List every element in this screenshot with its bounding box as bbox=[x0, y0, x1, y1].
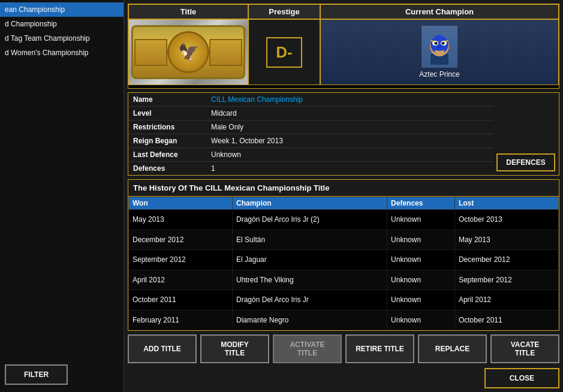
history-col-won: Won bbox=[129, 197, 233, 210]
defences-label: Defences bbox=[133, 164, 211, 173]
add-title-button[interactable]: ADD TITLE bbox=[128, 334, 197, 363]
champion-area: Aztec Prince bbox=[320, 19, 559, 85]
history-panel: The History Of The CILL Mexican Champion… bbox=[128, 179, 559, 331]
table-cell-defences: Unknown bbox=[387, 230, 455, 250]
table-cell-won: October 2011 bbox=[129, 290, 233, 310]
table-cell-lost: October 2011 bbox=[454, 310, 558, 330]
table-cell-lost: April 2012 bbox=[454, 290, 558, 310]
level-value: Midcard bbox=[211, 109, 237, 117]
history-table-body: May 2013Dragón Del Arco Iris Jr (2)Unkno… bbox=[129, 210, 559, 330]
champion-column-header: Current Champion bbox=[320, 4, 559, 19]
modify-title-button[interactable]: MODIFY TITLE bbox=[200, 334, 269, 363]
reign-label: Reign Began bbox=[133, 137, 211, 145]
table-row: October 2011Dragón Del Arco Iris JrUnkno… bbox=[129, 290, 559, 310]
title-column-header: Title bbox=[128, 4, 248, 19]
close-button[interactable]: CLOSE bbox=[484, 368, 559, 388]
table-cell-champion: Uhtred The Viking bbox=[233, 270, 387, 290]
table-row: December 2012El SultánUnknownMay 2013 bbox=[129, 230, 559, 250]
vacate-title-button[interactable]: VACATE TITLE bbox=[490, 334, 559, 363]
restrictions-label: Restrictions bbox=[133, 123, 211, 131]
table-cell-champion: Dragón Del Arco Iris Jr bbox=[233, 290, 387, 310]
belt-side-left bbox=[134, 39, 167, 66]
champion-portrait bbox=[422, 26, 457, 68]
table-cell-defences: Unknown bbox=[387, 270, 455, 290]
sidebar-item-mexican-championship[interactable]: ean Championship bbox=[0, 2, 124, 17]
table-cell-lost: December 2012 bbox=[454, 250, 558, 270]
last-defence-label: Last Defence bbox=[133, 150, 211, 159]
table-cell-defences: Unknown bbox=[387, 310, 455, 330]
history-col-lost: Lost bbox=[454, 197, 558, 210]
filter-button[interactable]: FILTER bbox=[5, 364, 68, 385]
reign-value: Week 1, October 2013 bbox=[211, 137, 283, 145]
last-defence-value: Unknown bbox=[211, 150, 241, 159]
table-cell-champion: El Jaguar bbox=[233, 250, 387, 270]
table-cell-champion: Diamante Negro bbox=[233, 310, 387, 330]
belt-side-right bbox=[209, 39, 242, 66]
table-cell-won: May 2013 bbox=[129, 210, 233, 230]
defences-button[interactable]: DEFENCES bbox=[496, 153, 555, 171]
table-row: February 2011Diamante NegroUnknownOctobe… bbox=[129, 310, 559, 330]
info-table: Name CILL Mexican Championship Level Mid… bbox=[128, 93, 493, 175]
history-table: Won Champion Defences Lost May 2013Dragó… bbox=[128, 197, 559, 330]
activate-title-button[interactable]: ACTIVATE TITLE bbox=[273, 334, 342, 363]
table-cell-lost: October 2013 bbox=[454, 210, 558, 230]
defences-value: 1 bbox=[211, 164, 215, 173]
table-row: September 2012El JaguarUnknownDecember 2… bbox=[129, 250, 559, 270]
defences-button-area: DEFENCES bbox=[493, 93, 559, 175]
table-cell-won: December 2012 bbox=[129, 230, 233, 250]
info-row-reign: Reign Began Week 1, October 2013 bbox=[128, 134, 493, 148]
action-buttons: ADD TITLE MODIFY TITLE ACTIVATE TITLE RE… bbox=[128, 334, 559, 363]
history-title: The History Of The CILL Mexican Champion… bbox=[128, 180, 559, 197]
belt-center: 🦅 bbox=[167, 31, 209, 73]
prestige-column-header: Prestige bbox=[248, 4, 320, 19]
info-row-restrictions: Restrictions Male Only bbox=[128, 120, 493, 134]
replace-button[interactable]: REPLACE bbox=[418, 334, 487, 363]
table-cell-champion: Dragón Del Arco Iris Jr (2) bbox=[233, 210, 387, 230]
info-row-level: Level Midcard bbox=[128, 107, 493, 120]
table-row: May 2013Dragón Del Arco Iris Jr (2)Unkno… bbox=[129, 210, 559, 230]
level-label: Level bbox=[133, 109, 211, 117]
restrictions-value: Male Only bbox=[211, 123, 243, 131]
sidebar-item-d-championship[interactable]: d Championship bbox=[0, 17, 124, 31]
table-cell-defences: Unknown bbox=[387, 210, 455, 230]
belt-image: 🦅 bbox=[128, 19, 248, 85]
sidebar-item-womens-championship[interactable]: d Women's Championship bbox=[0, 46, 124, 60]
table-row: April 2012Uhtred The VikingUnknownSeptem… bbox=[129, 270, 559, 290]
champion-mask-svg bbox=[424, 29, 454, 65]
footer: CLOSE bbox=[128, 366, 559, 388]
table-cell-defences: Unknown bbox=[387, 290, 455, 310]
sidebar: ean Championship d Championship d Tag Te… bbox=[0, 0, 124, 392]
prestige-value: D- bbox=[266, 37, 302, 68]
name-label: Name bbox=[133, 95, 211, 104]
table-cell-won: April 2012 bbox=[129, 270, 233, 290]
main-content: Title Prestige Current Champion 🦅 bbox=[124, 0, 563, 392]
info-row-defences: Defences 1 bbox=[128, 162, 493, 175]
retire-title-button[interactable]: RETIRE TITLE bbox=[345, 334, 414, 363]
table-cell-lost: May 2013 bbox=[454, 230, 558, 250]
history-table-header-row: Won Champion Defences Lost bbox=[129, 197, 559, 210]
table-cell-champion: El Sultán bbox=[233, 230, 387, 250]
table-cell-lost: September 2012 bbox=[454, 270, 558, 290]
prestige-area: D- bbox=[248, 19, 320, 85]
history-col-champion: Champion bbox=[233, 197, 387, 210]
belt-eagle-icon: 🦅 bbox=[178, 43, 199, 62]
table-cell-won: February 2011 bbox=[129, 310, 233, 330]
table-cell-won: September 2012 bbox=[129, 250, 233, 270]
info-row-name: Name CILL Mexican Championship bbox=[128, 93, 493, 107]
info-row-last-defence: Last Defence Unknown bbox=[128, 148, 493, 162]
history-col-defences: Defences bbox=[387, 197, 455, 210]
champion-name: Aztec Prince bbox=[419, 70, 459, 79]
info-panel: Name CILL Mexican Championship Level Mid… bbox=[128, 92, 559, 176]
sidebar-item-tag-team-championship[interactable]: d Tag Team Championship bbox=[0, 31, 124, 46]
name-value: CILL Mexican Championship bbox=[211, 95, 303, 104]
table-cell-defences: Unknown bbox=[387, 250, 455, 270]
